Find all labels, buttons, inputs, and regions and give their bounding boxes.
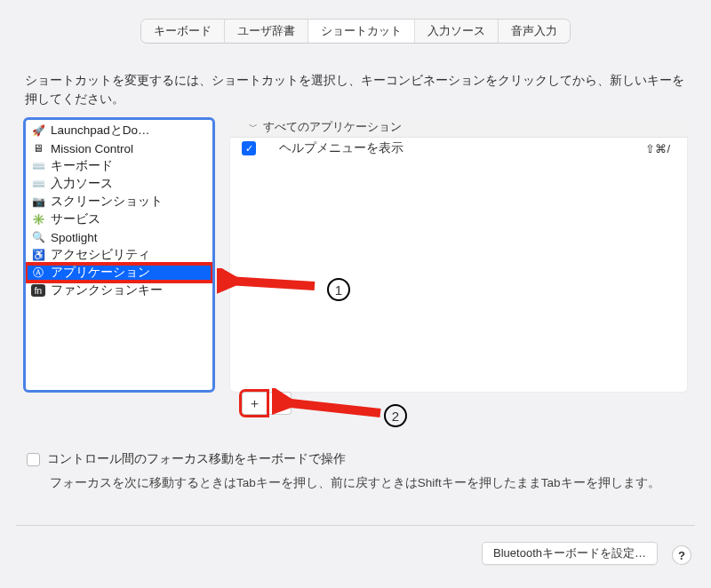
shortcut-label: ヘルプメニューを表示: [279, 140, 645, 156]
add-shortcut-button[interactable]: ＋: [242, 392, 267, 415]
svg-line-1: [283, 402, 380, 413]
keyboard-icon: ⌨️: [31, 159, 45, 173]
shortcut-row[interactable]: ✓ ヘルプメニューを表示 ⇧⌘/: [229, 138, 688, 159]
help-button[interactable]: ?: [672, 545, 691, 565]
keyboard-prefs-window: キーボード ユーザ辞書 ショートカット 入力ソース 音声入力 ショートカットを変…: [0, 0, 711, 588]
sidebar-item-keyboard[interactable]: ⌨️ キーボード: [26, 157, 212, 175]
divider: [16, 525, 695, 526]
app-icon: Ⓐ: [31, 266, 45, 280]
keyboard-icon: ⌨️: [31, 177, 45, 191]
tab-keyboard[interactable]: キーボード: [141, 20, 225, 43]
sidebar-item-label: アクセシビリティ: [51, 247, 150, 263]
sidebar-item-label: Spotlight: [51, 231, 98, 244]
shortcuts-description: ショートカットを変更するには、ショートカットを選択し、キーコンビネーションをクリ…: [0, 43, 711, 117]
sidebar-item-label: LaunchpadとDo…: [51, 123, 150, 139]
tabbar-segmented: キーボード ユーザ辞書 ショートカット 入力ソース 音声入力: [141, 20, 570, 43]
group-header-all-apps[interactable]: ﹀ すべてのアプリケーション: [229, 117, 688, 138]
remove-shortcut-button[interactable]: −: [267, 392, 292, 415]
gear-icon: ✳️: [31, 212, 45, 226]
sidebar-item-label: キーボード: [51, 158, 113, 174]
shortcuts-content: 🚀 LaunchpadとDo… 🖥 Mission Control ⌨️ キーボ…: [0, 117, 711, 393]
sidebar-item-label: Mission Control: [51, 142, 133, 155]
sidebar-item-label: 入力ソース: [51, 176, 113, 192]
prefs-tabbar: キーボード ユーザ辞書 ショートカット 入力ソース 音声入力: [0, 0, 711, 43]
sidebar-item-screenshot[interactable]: 📷 スクリーンショット: [26, 193, 212, 211]
group-header-label: すべてのアプリケーション: [263, 119, 402, 135]
tab-input-sources[interactable]: 入力ソース: [415, 20, 499, 43]
keyboard-focus-row: コントロール間のフォーカス移動をキーボードで操作: [27, 451, 346, 467]
tab-shortcuts[interactable]: ショートカット: [308, 20, 415, 43]
mission-control-icon: 🖥: [31, 141, 45, 155]
keyboard-focus-label: コントロール間のフォーカス移動をキーボードで操作: [47, 451, 346, 467]
fn-icon: fn: [31, 284, 45, 297]
sidebar-item-label: アプリケーション: [51, 265, 150, 281]
tab-user-dictionary[interactable]: ユーザ辞書: [225, 20, 308, 43]
sidebar-item-services[interactable]: ✳️ サービス: [26, 211, 212, 228]
sidebar-item-spotlight[interactable]: 🔍 Spotlight: [26, 228, 212, 246]
keyboard-focus-checkbox[interactable]: [27, 453, 40, 466]
launchpad-icon: 🚀: [31, 123, 45, 138]
sidebar-item-input-sources[interactable]: ⌨️ 入力ソース: [26, 175, 212, 193]
sidebar-item-label: スクリーンショット: [51, 194, 163, 210]
keyboard-focus-help: フォーカスを次に移動するときはTabキーを押し、前に戻すときはShiftキーを押…: [50, 474, 686, 493]
shortcuts-list[interactable]: ﹀ すべてのアプリケーション ✓ ヘルプメニューを表示 ⇧⌘/: [229, 117, 688, 393]
enable-shortcut-checkbox[interactable]: ✓: [242, 141, 256, 155]
sidebar-item-accessibility[interactable]: ♿️ アクセシビリティ: [26, 246, 212, 264]
sidebar-item-launchpad[interactable]: 🚀 LaunchpadとDo…: [26, 122, 212, 139]
annotation-number-2: 2: [384, 404, 407, 427]
sidebar-item-function-keys[interactable]: fn ファンクションキー: [26, 282, 212, 299]
sidebar-item-applications[interactable]: Ⓐ アプリケーション: [26, 264, 212, 282]
shortcut-keys[interactable]: ⇧⌘/: [645, 142, 675, 155]
tab-dictation[interactable]: 音声入力: [499, 20, 570, 43]
annotation-number-1: 1: [327, 278, 350, 301]
accessibility-icon: ♿️: [31, 248, 45, 262]
sidebar-item-label: サービス: [51, 211, 100, 227]
bluetooth-keyboard-button[interactable]: Bluetoothキーボードを設定…: [482, 542, 658, 565]
sidebar-item-mission-control[interactable]: 🖥 Mission Control: [26, 139, 212, 157]
camera-icon: 📷: [31, 195, 45, 209]
chevron-down-icon: ﹀: [249, 121, 258, 133]
categories-sidebar[interactable]: 🚀 LaunchpadとDo… 🖥 Mission Control ⌨️ キーボ…: [23, 117, 215, 393]
search-icon: 🔍: [31, 230, 45, 244]
sidebar-item-label: ファンクションキー: [51, 282, 163, 298]
add-remove-controls: ＋ −: [242, 392, 292, 415]
